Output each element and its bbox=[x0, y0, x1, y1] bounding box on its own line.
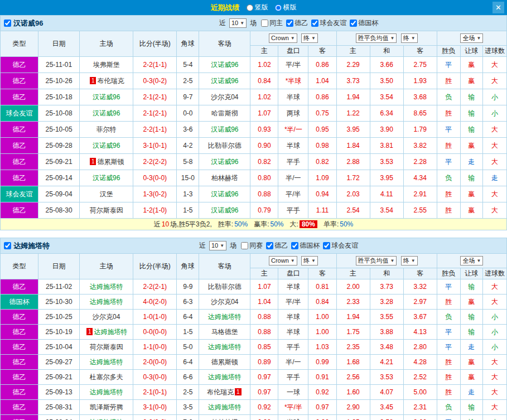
team-toggle[interactable]: 达姆施塔特 bbox=[4, 241, 50, 251]
match-date: 25-10-30 bbox=[38, 295, 80, 310]
team-name[interactable]: 汉诺威96 bbox=[211, 77, 238, 85]
horizontal-radio[interactable] bbox=[275, 4, 282, 11]
team-name[interactable]: 沙尔克04 bbox=[211, 298, 238, 306]
team-name[interactable]: 德累斯顿 bbox=[97, 158, 124, 166]
fulltime-select[interactable]: 全场▼ bbox=[460, 33, 483, 43]
team-name[interactable]: 汉诺威96 bbox=[93, 93, 120, 101]
team-name[interactable]: 汉诺威96 bbox=[211, 158, 238, 166]
team-name[interactable]: 沙尔克04 bbox=[93, 313, 120, 321]
team-name[interactable]: 达姆施塔特 bbox=[208, 313, 242, 321]
final-odds-select[interactable]: 终▼ bbox=[401, 33, 418, 43]
team-name[interactable]: 达姆施塔特 bbox=[208, 403, 242, 411]
result-handicap: 走 bbox=[460, 385, 482, 400]
team-name[interactable]: 达姆施塔特 bbox=[90, 418, 123, 420]
home-odds: 0.92 bbox=[250, 415, 278, 420]
team-name[interactable]: 汉诺威96 bbox=[93, 142, 120, 149]
final-odds-select[interactable]: 终▼ bbox=[401, 256, 418, 265]
filter-label: 德乙 bbox=[274, 241, 288, 250]
filter-option[interactable]: 球会友谊 bbox=[311, 18, 346, 28]
team-name[interactable]: 柏林赫塔 bbox=[211, 418, 238, 420]
filter-checkbox[interactable] bbox=[261, 20, 268, 27]
handicap-line: *平/半 bbox=[278, 400, 308, 415]
match-date: 25-09-21 bbox=[38, 154, 80, 170]
match-count-select[interactable]: 10▼ bbox=[209, 241, 226, 250]
filter-checkbox[interactable] bbox=[291, 242, 298, 249]
away-odds: 0.84 bbox=[308, 295, 336, 310]
team-name[interactable]: 达姆施塔特 bbox=[90, 358, 123, 366]
team-name[interactable]: 汉诺威96 bbox=[211, 125, 238, 133]
team-name[interactable]: 汉诺威96 bbox=[211, 190, 238, 198]
filter-checkbox[interactable] bbox=[241, 242, 248, 249]
bookmaker-select[interactable]: Crown▼ bbox=[269, 33, 297, 43]
bookmaker-select[interactable]: Crown▼ bbox=[269, 256, 297, 265]
filter-option[interactable]: 球会友谊 bbox=[323, 241, 358, 250]
filter-checkbox[interactable] bbox=[266, 242, 273, 249]
final-score: 0-3(0-2) bbox=[133, 73, 177, 89]
filter-option[interactable]: 德国杯 bbox=[350, 18, 378, 28]
team-name[interactable]: 汉诺威96 bbox=[93, 109, 120, 117]
team-name[interactable]: 德累斯顿 bbox=[211, 358, 238, 366]
summary-part: 大: bbox=[290, 220, 298, 229]
team-name[interactable]: 沙尔克04 bbox=[211, 93, 238, 101]
team-name[interactable]: 达姆施塔特 bbox=[208, 343, 242, 351]
team-name[interactable]: 布伦瑞克 bbox=[207, 388, 234, 396]
filter-checkbox[interactable] bbox=[323, 242, 330, 249]
avg-away-odds: 3.68 bbox=[403, 89, 437, 105]
corner-count: 3-6 bbox=[177, 122, 199, 138]
team-name[interactable]: 达姆施塔特 bbox=[208, 373, 242, 381]
team-name[interactable]: 汉诺威96 bbox=[211, 61, 238, 69]
avg-home-odds: 1.94 bbox=[336, 89, 370, 105]
team-name[interactable]: 汉诺威96 bbox=[211, 206, 238, 214]
team-name[interactable]: 比勒菲尔德 bbox=[208, 283, 242, 291]
result-wdl: 负 bbox=[437, 400, 460, 415]
team-name[interactable]: 达姆施塔特 bbox=[90, 388, 123, 396]
vertical-radio[interactable] bbox=[247, 4, 253, 11]
final-odds-select[interactable]: 终▼ bbox=[301, 33, 318, 43]
team-checkbox[interactable] bbox=[4, 20, 11, 27]
team-name[interactable]: 柏林赫塔 bbox=[211, 174, 238, 182]
filter-option[interactable]: 同赛 bbox=[241, 241, 263, 250]
fulltime-select[interactable]: 全场▼ bbox=[460, 256, 483, 265]
col-result: 胜负 bbox=[437, 268, 460, 279]
handicap-line: 平手 bbox=[278, 340, 308, 355]
filter-option[interactable]: 德乙 bbox=[286, 18, 308, 28]
team-name[interactable]: 荷尔斯泰因 bbox=[90, 343, 123, 351]
team-name[interactable]: 杜塞尔多夫 bbox=[90, 373, 123, 381]
team-name[interactable]: 菲尔特 bbox=[96, 125, 117, 133]
team-name[interactable]: 达姆施塔特 bbox=[90, 283, 123, 291]
games-label: 场 bbox=[230, 241, 236, 250]
home-odds: 0.88 bbox=[250, 310, 278, 325]
final-score: 3-1(0-1) bbox=[133, 138, 177, 154]
filter-checkbox[interactable] bbox=[311, 20, 318, 27]
team-name[interactable]: 凯泽斯劳腾 bbox=[90, 403, 123, 411]
avg-odds-select[interactable]: 胜平负均值▼ bbox=[356, 256, 397, 265]
team-name[interactable]: 汉堡 bbox=[100, 190, 113, 198]
team-name[interactable]: 达姆施塔特 bbox=[90, 298, 123, 306]
layout-vertical-option[interactable]: 竖版 bbox=[247, 3, 268, 12]
team-name[interactable]: 荷尔斯泰因 bbox=[90, 206, 123, 214]
avg-odds-select[interactable]: 胜平负均值▼ bbox=[356, 33, 397, 43]
filter-checkbox[interactable] bbox=[350, 20, 357, 27]
team-name[interactable]: 达姆施塔特 bbox=[94, 328, 127, 336]
team-checkbox[interactable] bbox=[4, 242, 11, 249]
team-toggle[interactable]: 汉诺威96 bbox=[4, 18, 43, 28]
team-name[interactable]: 汉诺威96 bbox=[93, 174, 120, 182]
filter-option[interactable]: 同主 bbox=[261, 18, 283, 28]
away-odds: 0.96 bbox=[308, 415, 336, 420]
avg-away-odds: 2.97 bbox=[403, 295, 437, 310]
match-row: 德乙25-10-191达姆施塔特0-0(0-0)1-5马格德堡0.88半球1.0… bbox=[1, 325, 507, 340]
close-button[interactable]: ✕ bbox=[492, 2, 504, 13]
filter-option[interactable]: 德乙 bbox=[266, 241, 288, 250]
avg-draw-odds: 3.54 bbox=[370, 89, 403, 105]
team-name[interactable]: 埃弗斯堡 bbox=[93, 61, 120, 69]
layout-horizontal-option[interactable]: 横版 bbox=[275, 3, 297, 12]
team-name[interactable]: 哈雷斯彻 bbox=[211, 109, 238, 117]
final-odds-select[interactable]: 终▼ bbox=[301, 256, 318, 265]
team-name[interactable]: 比勒菲尔德 bbox=[208, 142, 242, 149]
summary-part: 80% bbox=[300, 220, 317, 228]
match-count-select[interactable]: 10▼ bbox=[229, 18, 247, 28]
team-name[interactable]: 布伦瑞克 bbox=[97, 77, 124, 85]
filter-option[interactable]: 德国杯 bbox=[291, 241, 320, 250]
team-name[interactable]: 马格德堡 bbox=[211, 328, 238, 336]
filter-checkbox[interactable] bbox=[286, 20, 293, 27]
